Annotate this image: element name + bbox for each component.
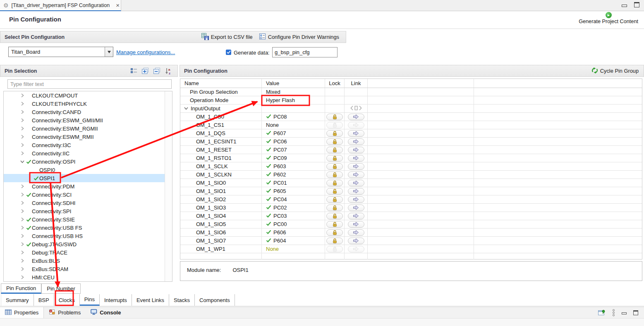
pin-value-cell[interactable]: PC00 <box>262 220 325 228</box>
chevron-right-icon[interactable] <box>19 93 25 98</box>
pin-value-cell[interactable]: PC09 <box>262 154 325 162</box>
table-row-om-1-cs1[interactable]: OM_1_CS1None <box>180 121 642 129</box>
tree-item-exbus-bus[interactable]: ExBus:BUS <box>4 257 165 265</box>
table-row-om-1-reset[interactable]: OM_1_RESETPC07 <box>180 146 642 154</box>
tree-item-connectivity-sci[interactable]: Connectivity:SCI <box>4 190 165 199</box>
sort-az-icon[interactable]: az <box>165 68 172 74</box>
table-row-input-output[interactable]: Input/Output <box>180 105 642 113</box>
chevron-right-icon[interactable] <box>19 101 25 106</box>
manage-configurations-link[interactable]: Manage configurations... <box>116 49 175 55</box>
chevron-right-icon[interactable] <box>19 250 25 255</box>
table-row-operation-mode[interactable]: Operation ModeHyper Flash <box>180 96 642 105</box>
link-arrow-icon[interactable] <box>348 155 364 162</box>
chevron-right-icon[interactable] <box>19 217 25 222</box>
tree-item-connectivity-canfd[interactable]: Connectivity:CANFD <box>4 108 165 116</box>
pin-value-cell[interactable]: PC02 <box>262 204 325 212</box>
link-arrow-icon[interactable] <box>348 138 364 145</box>
tree-item-connectivity-eswm-rmii[interactable]: Connectivity:ESWM_RMII <box>4 133 165 141</box>
table-row-om-1-sclkn[interactable]: OM_1_SCLKNP602 <box>180 171 642 179</box>
link-arrow-icon[interactable] <box>348 147 364 153</box>
tree-scrollbar[interactable] <box>165 91 172 281</box>
expand-all-icon[interactable] <box>142 68 149 74</box>
chevron-right-icon[interactable] <box>19 225 25 230</box>
tree-item-connectivity-spi[interactable]: Connectivity:SPI <box>4 207 165 215</box>
link-arrow-icon[interactable] <box>348 163 364 170</box>
link-arrow-icon[interactable] <box>348 114 364 120</box>
unlock-icon[interactable] <box>326 114 343 120</box>
chevron-right-icon[interactable] <box>19 151 25 156</box>
close-icon[interactable]: × <box>116 2 120 9</box>
pin-value-cell[interactable]: None <box>262 245 325 253</box>
editor-tab-fsp-configuration[interactable]: ⚙ [Titan_driver_hyperram] FSP Configurat… <box>0 0 121 11</box>
select-pins-icon[interactable] <box>131 68 137 74</box>
open-console-icon[interactable] <box>598 309 606 316</box>
unlock-icon[interactable] <box>326 205 343 211</box>
minimize-icon[interactable] <box>622 5 627 7</box>
tree-item-debug-jtag-swd[interactable]: Debug:JTAG/SWD <box>4 240 165 248</box>
combo-dropdown-button[interactable] <box>105 47 113 57</box>
table-row-om-1-sio6[interactable]: OM_1_SIO6P606 <box>180 228 642 237</box>
chevron-right-icon[interactable] <box>19 126 25 131</box>
chevron-down-icon[interactable] <box>19 160 25 164</box>
table-row-om-1-ecsint1[interactable]: OM_1_ECSINT1PC06 <box>180 138 642 146</box>
filter-input[interactable] <box>7 79 172 89</box>
chevron-right-icon[interactable] <box>19 200 25 205</box>
pin-value-cell[interactable]: PC01 <box>262 179 325 187</box>
unlock-icon[interactable] <box>326 147 343 153</box>
export-to-csv-button[interactable]: Export to CSV file <box>201 33 253 41</box>
tree-item-clkout-cmpout[interactable]: CLKOUT:CMPOUT <box>4 91 165 100</box>
link-arrow-icon[interactable] <box>348 229 364 236</box>
chevron-right-icon[interactable] <box>19 143 25 148</box>
unlock-icon[interactable] <box>326 188 343 195</box>
link-arrow-icon[interactable] <box>348 188 364 195</box>
tree-item-clkout-ethphyclk[interactable]: CLKOUT:ETHPHYCLK <box>4 100 165 108</box>
chevron-right-icon[interactable] <box>19 275 25 280</box>
link-arrow-icon[interactable] <box>348 196 364 203</box>
link-arrow-icon[interactable] <box>348 130 364 137</box>
unlock-icon[interactable] <box>326 171 343 178</box>
table-row-om-1-sio1[interactable]: OM_1_SIO1P605 <box>180 187 642 195</box>
generate-project-content-button[interactable]: ▶ Generate Project Content <box>579 12 638 24</box>
tree-item-debug-trace[interactable]: Debug:TRACE <box>4 248 165 257</box>
table-row-om-1-sio7[interactable]: OM_1_SIO7P604 <box>180 237 642 245</box>
pin-value-cell[interactable]: P604 <box>262 237 325 245</box>
unlock-icon[interactable] <box>326 238 343 244</box>
chevron-right-icon[interactable] <box>19 109 25 114</box>
chevron-right-icon[interactable] <box>19 134 25 139</box>
chevron-right-icon[interactable] <box>19 233 25 238</box>
table-row-om-1-sio0[interactable]: OM_1_SIO0PC01 <box>180 179 642 187</box>
unlock-icon[interactable] <box>326 130 343 137</box>
chevron-right-icon[interactable] <box>19 242 25 247</box>
table-row-om-1-sclk[interactable]: OM_1_SCLKP603 <box>180 162 642 171</box>
generate-data-input[interactable] <box>272 47 338 57</box>
pin-value-cell[interactable]: P607 <box>262 129 325 137</box>
tree-item-hmi-ceu[interactable]: HMI:CEU <box>4 273 165 281</box>
tree-item-connectivity-eswm-rgmii[interactable]: Connectivity:ESWM_RGMII <box>4 124 165 133</box>
chevron-right-icon[interactable] <box>19 267 25 271</box>
unlock-icon[interactable] <box>326 180 343 186</box>
tree-item-connectivity-iic[interactable]: Connectivity:IIC <box>4 149 165 157</box>
tab-summary[interactable]: Summary <box>1 294 34 306</box>
tree-item-connectivity-ospi[interactable]: Connectivity:OSPI <box>4 157 165 166</box>
maximize-icon[interactable] <box>634 2 639 7</box>
generate-data-checkbox[interactable] <box>226 50 231 55</box>
unlock-icon[interactable] <box>326 221 343 228</box>
table-row-om-1-sio4[interactable]: OM_1_SIO4PC03 <box>180 212 642 220</box>
pin-value-cell[interactable]: PC04 <box>262 195 325 203</box>
configure-pin-driver-warnings-button[interactable]: Configure Pin Driver Warnings <box>259 33 339 41</box>
chevron-down-icon[interactable] <box>184 105 189 112</box>
link-arrow-icon[interactable] <box>348 213 364 219</box>
pin-value-cell[interactable]: P603 <box>262 162 325 170</box>
chevron-right-icon[interactable] <box>19 118 25 123</box>
tab-stacks[interactable]: Stacks <box>169 294 195 306</box>
tab-components[interactable]: Components <box>195 294 235 306</box>
tab-bsp[interactable]: BSP <box>34 294 54 306</box>
collapse-all-icon[interactable] <box>153 68 160 74</box>
view-menu-icon[interactable] <box>612 309 615 316</box>
table-row-om-1-sio5[interactable]: OM_1_SIO5PC00 <box>180 220 642 228</box>
tab-pin-function[interactable]: Pin Function <box>1 283 41 294</box>
unlock-icon[interactable] <box>326 155 343 162</box>
chevron-right-icon[interactable] <box>19 184 25 189</box>
tab-clocks[interactable]: Clocks <box>54 294 80 306</box>
tree-item-connectivity-ssie[interactable]: Connectivity:SSIE <box>4 215 165 224</box>
